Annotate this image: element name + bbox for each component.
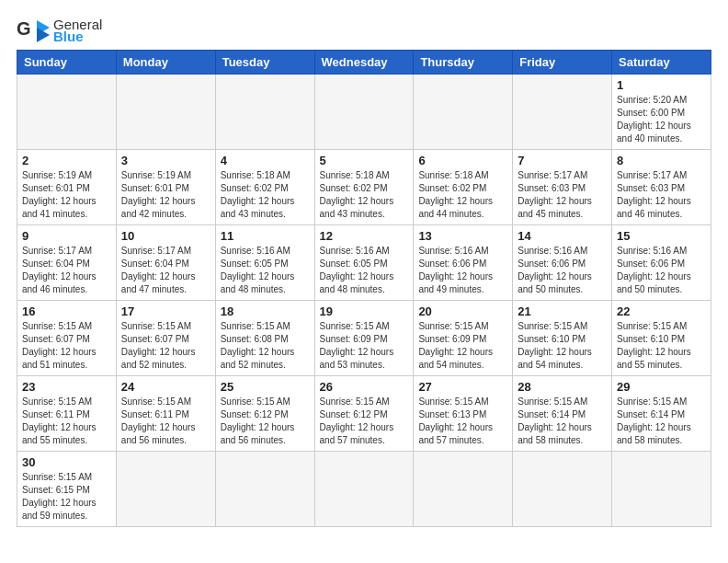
logo: G General Blue — [17, 17, 102, 44]
logo-icon: G — [17, 17, 50, 44]
calendar-cell: 12Sunrise: 5:16 AMSunset: 6:05 PMDayligh… — [314, 225, 414, 301]
calendar-cell: 17Sunrise: 5:15 AMSunset: 6:07 PMDayligh… — [116, 301, 215, 376]
calendar-cell: 28Sunrise: 5:15 AMSunset: 6:14 PMDayligh… — [513, 376, 612, 452]
day-number: 12 — [320, 229, 409, 243]
calendar-cell: 14Sunrise: 5:16 AMSunset: 6:06 PMDayligh… — [513, 225, 612, 301]
calendar-cell: 20Sunrise: 5:15 AMSunset: 6:09 PMDayligh… — [414, 301, 513, 376]
weekday-header-saturday: Saturday — [612, 51, 711, 75]
day-info: Sunrise: 5:17 AMSunset: 6:03 PMDaylight:… — [518, 169, 607, 221]
calendar-cell — [513, 75, 612, 150]
weekday-header-tuesday: Tuesday — [215, 51, 314, 75]
svg-text:G: G — [17, 18, 31, 39]
day-info: Sunrise: 5:17 AMSunset: 6:03 PMDaylight:… — [617, 169, 706, 221]
calendar-cell — [513, 452, 612, 527]
calendar-table: SundayMondayTuesdayWednesdayThursdayFrid… — [17, 50, 711, 527]
day-number: 28 — [518, 380, 607, 394]
day-info: Sunrise: 5:16 AMSunset: 6:05 PMDaylight:… — [320, 245, 409, 296]
calendar-cell — [314, 75, 414, 150]
calendar-cell — [17, 75, 117, 150]
day-number: 6 — [418, 154, 507, 167]
day-number: 21 — [518, 304, 607, 318]
calendar-cell — [215, 452, 314, 527]
calendar-week-6: 30Sunrise: 5:15 AMSunset: 6:15 PMDayligh… — [17, 452, 711, 527]
calendar-cell: 11Sunrise: 5:16 AMSunset: 6:05 PMDayligh… — [215, 225, 314, 301]
calendar-header-row: SundayMondayTuesdayWednesdayThursdayFrid… — [17, 51, 711, 75]
calendar-cell — [314, 452, 414, 527]
calendar-cell: 6Sunrise: 5:18 AMSunset: 6:02 PMDaylight… — [414, 150, 513, 225]
day-info: Sunrise: 5:16 AMSunset: 6:06 PMDaylight:… — [617, 245, 706, 296]
day-number: 24 — [121, 380, 210, 394]
day-info: Sunrise: 5:15 AMSunset: 6:10 PMDaylight:… — [617, 320, 706, 372]
day-info: Sunrise: 5:20 AMSunset: 6:00 PMDaylight:… — [617, 94, 706, 145]
day-info: Sunrise: 5:15 AMSunset: 6:14 PMDaylight:… — [518, 396, 607, 447]
day-info: Sunrise: 5:15 AMSunset: 6:07 PMDaylight:… — [121, 320, 210, 372]
calendar-cell: 22Sunrise: 5:15 AMSunset: 6:10 PMDayligh… — [612, 301, 711, 376]
day-number: 18 — [221, 304, 310, 318]
day-number: 9 — [22, 229, 111, 243]
day-info: Sunrise: 5:16 AMSunset: 6:06 PMDaylight:… — [418, 245, 507, 296]
day-info: Sunrise: 5:16 AMSunset: 6:06 PMDaylight:… — [518, 245, 607, 296]
calendar-cell: 13Sunrise: 5:16 AMSunset: 6:06 PMDayligh… — [414, 225, 513, 301]
day-number: 27 — [418, 380, 507, 394]
day-info: Sunrise: 5:17 AMSunset: 6:04 PMDaylight:… — [22, 245, 111, 296]
day-number: 13 — [418, 229, 507, 243]
day-number: 8 — [617, 154, 706, 167]
calendar-cell — [414, 452, 513, 527]
day-info: Sunrise: 5:15 AMSunset: 6:08 PMDaylight:… — [221, 320, 310, 372]
calendar-week-2: 2Sunrise: 5:19 AMSunset: 6:01 PMDaylight… — [17, 150, 711, 225]
calendar-cell: 18Sunrise: 5:15 AMSunset: 6:08 PMDayligh… — [215, 301, 314, 376]
day-number: 17 — [121, 304, 210, 318]
day-number: 30 — [22, 455, 111, 469]
page-header: G General Blue — [17, 17, 711, 44]
day-number: 16 — [22, 304, 111, 318]
calendar-cell — [116, 452, 215, 527]
calendar-week-5: 23Sunrise: 5:15 AMSunset: 6:11 PMDayligh… — [17, 376, 711, 452]
day-info: Sunrise: 5:19 AMSunset: 6:01 PMDaylight:… — [22, 169, 111, 221]
calendar-cell: 4Sunrise: 5:18 AMSunset: 6:02 PMDaylight… — [215, 150, 314, 225]
calendar-cell: 29Sunrise: 5:15 AMSunset: 6:14 PMDayligh… — [612, 376, 711, 452]
day-info: Sunrise: 5:15 AMSunset: 6:10 PMDaylight:… — [518, 320, 607, 372]
day-info: Sunrise: 5:15 AMSunset: 6:09 PMDaylight:… — [418, 320, 507, 372]
calendar-cell: 19Sunrise: 5:15 AMSunset: 6:09 PMDayligh… — [314, 301, 414, 376]
day-number: 19 — [320, 304, 409, 318]
calendar-week-1: 1Sunrise: 5:20 AMSunset: 6:00 PMDaylight… — [17, 75, 711, 150]
day-info: Sunrise: 5:15 AMSunset: 6:12 PMDaylight:… — [320, 396, 409, 447]
day-info: Sunrise: 5:18 AMSunset: 6:02 PMDaylight:… — [320, 169, 409, 221]
day-info: Sunrise: 5:15 AMSunset: 6:15 PMDaylight:… — [22, 471, 111, 523]
calendar-cell: 25Sunrise: 5:15 AMSunset: 6:12 PMDayligh… — [215, 376, 314, 452]
day-info: Sunrise: 5:15 AMSunset: 6:14 PMDaylight:… — [617, 396, 706, 447]
day-info: Sunrise: 5:15 AMSunset: 6:09 PMDaylight:… — [320, 320, 409, 372]
calendar-cell: 15Sunrise: 5:16 AMSunset: 6:06 PMDayligh… — [612, 225, 711, 301]
day-info: Sunrise: 5:18 AMSunset: 6:02 PMDaylight:… — [418, 169, 507, 221]
day-number: 10 — [121, 229, 210, 243]
day-number: 23 — [22, 380, 111, 394]
day-number: 4 — [221, 154, 310, 167]
calendar-cell — [215, 75, 314, 150]
day-number: 20 — [418, 304, 507, 318]
calendar-cell: 5Sunrise: 5:18 AMSunset: 6:02 PMDaylight… — [314, 150, 414, 225]
calendar-cell: 1Sunrise: 5:20 AMSunset: 6:00 PMDaylight… — [612, 75, 711, 150]
weekday-header-friday: Friday — [513, 51, 612, 75]
day-number: 14 — [518, 229, 607, 243]
calendar-cell: 7Sunrise: 5:17 AMSunset: 6:03 PMDaylight… — [513, 150, 612, 225]
calendar-cell: 21Sunrise: 5:15 AMSunset: 6:10 PMDayligh… — [513, 301, 612, 376]
day-number: 11 — [221, 229, 310, 243]
weekday-header-thursday: Thursday — [414, 51, 513, 75]
weekday-header-sunday: Sunday — [17, 51, 117, 75]
day-number: 3 — [121, 154, 210, 167]
day-info: Sunrise: 5:15 AMSunset: 6:11 PMDaylight:… — [22, 396, 111, 447]
day-number: 15 — [617, 229, 706, 243]
logo-text: General Blue — [53, 17, 102, 44]
day-info: Sunrise: 5:16 AMSunset: 6:05 PMDaylight:… — [221, 245, 310, 296]
calendar-cell: 3Sunrise: 5:19 AMSunset: 6:01 PMDaylight… — [116, 150, 215, 225]
calendar-cell: 9Sunrise: 5:17 AMSunset: 6:04 PMDaylight… — [17, 225, 117, 301]
day-info: Sunrise: 5:15 AMSunset: 6:13 PMDaylight:… — [418, 396, 507, 447]
calendar-week-4: 16Sunrise: 5:15 AMSunset: 6:07 PMDayligh… — [17, 301, 711, 376]
calendar-cell — [116, 75, 215, 150]
calendar-cell: 26Sunrise: 5:15 AMSunset: 6:12 PMDayligh… — [314, 376, 414, 452]
calendar-cell: 10Sunrise: 5:17 AMSunset: 6:04 PMDayligh… — [116, 225, 215, 301]
calendar-cell — [612, 452, 711, 527]
day-number: 1 — [617, 78, 706, 92]
calendar-cell: 30Sunrise: 5:15 AMSunset: 6:15 PMDayligh… — [17, 452, 117, 527]
day-number: 22 — [617, 304, 706, 318]
